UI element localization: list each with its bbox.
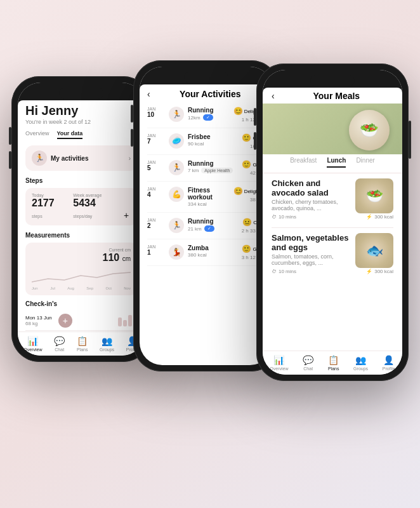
checkin-date-1: Mon 13 Jun 68 kg [25, 315, 52, 326]
right-overview-label: Overview [270, 366, 288, 371]
activities-card-label: My activities [51, 155, 88, 162]
bar-2 [123, 320, 127, 326]
right-groups-label: Groups [353, 366, 368, 371]
act-body-0: Running 12km ✓ [188, 107, 230, 121]
clock-icon-1: ⏱ [272, 269, 277, 274]
plans-label: Plans [77, 347, 88, 352]
checkin-title: Check-in's [25, 300, 137, 307]
right-groups-icon: 👥 [355, 355, 366, 365]
overview-label: Overview [23, 347, 42, 352]
tab-lunch[interactable]: Lunch [327, 157, 346, 168]
right-profile-label: Profile [383, 366, 395, 371]
right-volume-down[interactable] [254, 132, 256, 150]
act-body-2: Running 7 km Apple Health [188, 160, 238, 173]
right-overview-icon: 📊 [273, 355, 284, 365]
right-nav-profile[interactable]: 👤 Profile [383, 355, 395, 371]
activity-item-0: JAN 10 🏃 Running 12km ✓ 😊Delightful 1 h … [147, 102, 265, 128]
right-chat-icon: 💬 [303, 355, 313, 365]
right-volume-up[interactable] [254, 108, 256, 126]
measurements-card: Current cm 110 cm Jun Jul Aug Sep [25, 243, 137, 295]
act-badge-4: ✓ [204, 225, 214, 232]
tab-breakfast[interactable]: Breakfast [290, 157, 317, 168]
measurements-value: 110 [103, 252, 120, 263]
meal-item-0: 🥗 Chicken and avocado salad Chicken, che… [272, 178, 393, 220]
steps-section-title: Steps [25, 177, 137, 184]
left-header: Hi Jenny You're in week 2 out of 12 [25, 104, 137, 125]
activities-card-icon: 🏃 [32, 150, 47, 166]
steps-card: Today 2177 steps Week average 5434 steps… [25, 188, 137, 225]
right-nav-chat[interactable]: 💬 Chat [303, 355, 313, 371]
today-steps-value: 2177 steps [32, 197, 63, 220]
right-plans-label: Plans [328, 366, 339, 371]
mid-volume-down[interactable] [131, 129, 133, 147]
meal-hero-bg: 🥗 [263, 104, 402, 154]
activity-item-3: JAN 4 💪 Fitness workout 334 kcal 😊Deligh… [147, 182, 265, 213]
left-bottom-nav: 📊 Overview 💬 Chat 📋 Plans 👥 Groups 👤 Pro… [18, 331, 145, 356]
mid-notch [184, 72, 228, 83]
act-date-2: JAN 5 [147, 160, 165, 171]
avg-steps-col: Week average 5434 steps/day [73, 193, 112, 220]
mid-volume-up[interactable] [131, 105, 133, 123]
left-tabs: Overview Your data [25, 130, 137, 139]
act-body-5: Zumba 380 kcal [188, 244, 238, 258]
nav-overview[interactable]: 📊 Overview [23, 336, 42, 352]
meals-list: 🥗 Chicken and avocado salad Chicken, che… [263, 173, 402, 287]
checkin-row-1: Mon 13 Jun 68 kg + [25, 311, 137, 331]
nav-plans[interactable]: 📋 Plans [77, 336, 88, 352]
act-sport-icon-0: 🏃 [169, 107, 184, 122]
meal-kcal-0: ⚡ 300 kcal [366, 214, 393, 220]
nav-chat[interactable]: 💬 Chat [54, 336, 65, 352]
measurements-title: Measurements [25, 232, 137, 239]
greeting-text: Hi Jenny [25, 104, 137, 118]
right-nav-plans[interactable]: 📋 Plans [328, 355, 339, 371]
activity-item-2: JAN 5 🏃 Running 7 km Apple Health 🙂Good … [147, 155, 265, 182]
act-badge-2: Apple Health [201, 168, 233, 173]
checkin-add-button[interactable]: + [58, 314, 72, 328]
right-power[interactable] [409, 121, 411, 159]
nav-groups[interactable]: 👥 Groups [100, 336, 114, 352]
right-notch [310, 75, 355, 86]
meal-hero-plate: 🥗 [349, 110, 390, 150]
activity-item-4: JAN 2 🏃 Running 21 km ✓ 😐Okay 2 h 33 min [147, 213, 265, 239]
chart-labels: Jun Jul Aug Sep Oct Nov [32, 286, 131, 290]
right-nav-groups[interactable]: 👥 Groups [353, 355, 368, 371]
measurements-section: Measurements Current cm 110 cm Jun [25, 232, 137, 295]
avg-steps-value: 5434 steps/day [73, 197, 112, 220]
act-body-4: Running 21 km ✓ [188, 218, 238, 232]
meal-thumb-0: 🥗 [355, 178, 393, 213]
volume-down-button[interactable] [9, 151, 11, 169]
groups-label: Groups [100, 347, 114, 352]
left-main-content: Hi Jenny You're in week 2 out of 12 Over… [18, 101, 145, 347]
left-screen: 9:41 ▌▌▌ ▾ ▮ Hi Jenny You're in week 2 o… [18, 83, 145, 356]
bar-3 [128, 315, 132, 326]
activities-card[interactable]: 🏃 My activities › [25, 145, 137, 171]
act-date-1: JAN 7 [147, 133, 165, 145]
right-screen: 9:41 ▌▌▌ ▾ ▮ ‹ Your Meals 🥗 Breakfast Lu… [263, 70, 402, 375]
tab-dinner[interactable]: Dinner [356, 157, 374, 168]
volume-up-button[interactable] [9, 127, 11, 145]
back-button[interactable]: ‹ [147, 89, 150, 99]
measurements-chart [32, 266, 131, 285]
bar-1 [118, 318, 122, 326]
chart-svg [32, 266, 131, 285]
lightning-icon-0: ⚡ [366, 214, 372, 220]
mid-title: Your Activities [155, 89, 265, 99]
add-steps-button[interactable]: + [122, 210, 131, 220]
right-nav-overview[interactable]: 📊 Overview [270, 355, 288, 371]
tab-overview[interactable]: Overview [25, 130, 49, 139]
clock-icon-0: ⏱ [272, 214, 277, 220]
steps-row: Today 2177 steps Week average 5434 steps… [32, 193, 131, 220]
today-steps-col: Today 2177 steps [32, 193, 63, 220]
act-body-3: Fitness workout 334 kcal [188, 187, 230, 207]
tab-your-data[interactable]: Your data [57, 130, 83, 139]
act-sport-icon-1: 🥏 [169, 133, 184, 149]
meal-tabs: Breakfast Lunch Dinner [263, 154, 402, 173]
meal-time-0: ⏱ 10 mins [272, 214, 296, 220]
chat-label: Chat [55, 347, 64, 352]
right-profile-icon: 👤 [383, 355, 394, 365]
right-chat-label: Chat [303, 366, 313, 371]
overview-icon: 📊 [27, 336, 38, 346]
activities-card-chevron: › [129, 155, 131, 162]
activities-card-left: 🏃 My activities [32, 150, 88, 166]
act-date-3: JAN 4 [147, 187, 165, 198]
